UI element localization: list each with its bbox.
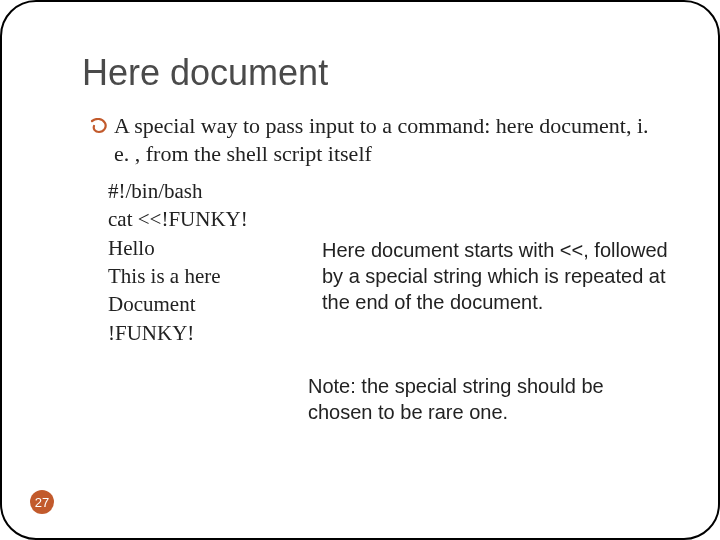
curl-bullet-icon [90, 118, 108, 138]
slide-title: Here document [82, 52, 668, 94]
note-text: Note: the special string should be chose… [308, 373, 668, 425]
code-line: #!/bin/bash [108, 177, 298, 205]
code-line: !FUNKY! [108, 319, 298, 347]
bullet-item: A special way to pass input to a command… [90, 112, 668, 167]
code-line: This is a here [108, 262, 298, 290]
code-line: cat <<!FUNKY! [108, 205, 298, 233]
bullet-text: A special way to pass input to a command… [114, 112, 668, 167]
code-line: Hello [108, 234, 298, 262]
code-line: Document [108, 290, 298, 318]
annotation-text: Here document starts with <<, followed b… [322, 237, 668, 315]
slide-frame: Here document A special way to pass inpu… [0, 0, 720, 540]
code-block: #!/bin/bash cat <<!FUNKY! Hello This is … [108, 177, 298, 347]
page-number: 27 [35, 495, 49, 510]
code-and-annotation: #!/bin/bash cat <<!FUNKY! Hello This is … [108, 167, 668, 347]
page-number-badge: 27 [30, 490, 54, 514]
